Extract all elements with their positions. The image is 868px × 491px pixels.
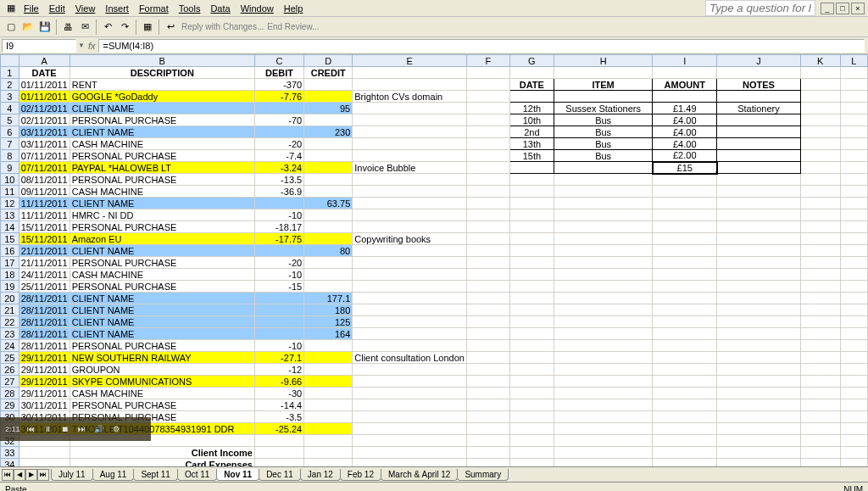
cell-A25[interactable]: 29/11/2011 xyxy=(19,352,70,364)
insert-icon[interactable]: ▦ xyxy=(140,20,155,35)
open-icon[interactable]: 📂 xyxy=(20,20,36,35)
cell-F4[interactable] xyxy=(466,103,509,114)
col-header-A[interactable]: A xyxy=(19,55,70,67)
cell-A15[interactable]: 15/11/2011 xyxy=(19,233,70,245)
cell-L22[interactable] xyxy=(840,316,867,328)
cell-D20[interactable]: 177.1 xyxy=(304,293,353,304)
spreadsheet-grid[interactable]: ABCDEFGHIJKL1DATEDESCRIPTIONDEBITCREDIT2… xyxy=(0,54,868,466)
cell-D29[interactable] xyxy=(304,399,353,411)
cell-A20[interactable]: 28/11/2011 xyxy=(19,293,70,304)
cell-F32[interactable] xyxy=(466,435,509,447)
cell-I4[interactable]: £1.49 xyxy=(653,103,717,114)
cell-L15[interactable] xyxy=(840,233,867,245)
cell-C31[interactable]: -25.24 xyxy=(254,423,303,435)
cell-F3[interactable] xyxy=(466,91,509,103)
cell-B34[interactable]: Card Expenses xyxy=(70,459,254,467)
cell-H20[interactable] xyxy=(554,293,653,304)
cell-F10[interactable] xyxy=(466,174,509,186)
cell-H17[interactable] xyxy=(554,257,653,269)
cell-J23[interactable] xyxy=(717,328,800,340)
cell-H13[interactable] xyxy=(554,209,653,221)
cell-K21[interactable] xyxy=(800,304,840,316)
cell-A17[interactable]: 21/11/2011 xyxy=(19,257,70,269)
cell-G24[interactable] xyxy=(509,340,554,352)
cell-J26[interactable] xyxy=(717,364,800,376)
cell-H11[interactable] xyxy=(554,186,653,198)
cell-K1[interactable] xyxy=(800,67,840,79)
cell-J11[interactable] xyxy=(717,186,800,198)
cell-J13[interactable] xyxy=(717,209,800,221)
cell-E15[interactable]: Copywriting books xyxy=(353,233,467,245)
cell-J14[interactable] xyxy=(717,221,800,233)
cell-E26[interactable] xyxy=(353,364,467,376)
cell-L6[interactable] xyxy=(840,126,867,138)
cell-I26[interactable] xyxy=(653,364,717,376)
cell-A19[interactable]: 25/11/2011 xyxy=(19,281,70,293)
media-vol-icon[interactable]: 🔊 xyxy=(93,423,105,435)
cell-D5[interactable] xyxy=(304,114,353,126)
cell-J21[interactable] xyxy=(717,304,800,316)
cell-I20[interactable] xyxy=(653,293,717,304)
cell-L3[interactable] xyxy=(840,91,867,103)
cell-A10[interactable]: 08/11/2011 xyxy=(19,174,70,186)
sheet-tab-jan-12[interactable]: Jan 12 xyxy=(300,469,341,481)
cell-I17[interactable] xyxy=(653,257,717,269)
cell-D25[interactable] xyxy=(304,352,353,364)
cell-F30[interactable] xyxy=(466,411,509,423)
cell-B3[interactable]: GOOGLE *GoDaddy xyxy=(70,91,254,103)
cell-A4[interactable]: 02/11/2011 xyxy=(19,103,70,114)
cell-J19[interactable] xyxy=(717,281,800,293)
cell-I2[interactable]: AMOUNT xyxy=(653,79,717,91)
fx-icon[interactable]: fx xyxy=(85,41,99,51)
col-header-H[interactable]: H xyxy=(554,55,653,67)
cell-J18[interactable] xyxy=(717,269,800,281)
undo-icon[interactable]: ↶ xyxy=(100,20,115,35)
row-header-24[interactable]: 24 xyxy=(1,340,19,352)
cell-G10[interactable] xyxy=(509,174,554,186)
cell-I3[interactable] xyxy=(653,91,717,103)
cell-D11[interactable] xyxy=(304,186,353,198)
cell-D3[interactable] xyxy=(304,91,353,103)
row-header-6[interactable]: 6 xyxy=(1,126,19,138)
cell-H24[interactable] xyxy=(554,340,653,352)
cell-I13[interactable] xyxy=(653,209,717,221)
cell-D33[interactable] xyxy=(304,447,353,459)
cell-C13[interactable]: -10 xyxy=(254,209,303,221)
cell-D26[interactable] xyxy=(304,364,353,376)
cell-G16[interactable] xyxy=(509,245,554,257)
cell-C18[interactable]: -10 xyxy=(254,269,303,281)
cell-F1[interactable] xyxy=(466,67,509,79)
cell-D23[interactable]: 164 xyxy=(304,328,353,340)
cell-G4[interactable]: 12th xyxy=(509,103,554,114)
cell-L24[interactable] xyxy=(840,340,867,352)
cell-D14[interactable] xyxy=(304,221,353,233)
cell-D15[interactable] xyxy=(304,233,353,245)
cell-L11[interactable] xyxy=(840,186,867,198)
cell-K29[interactable] xyxy=(800,399,840,411)
col-header-D[interactable]: D xyxy=(304,55,353,67)
cell-B16[interactable]: CLIENT NAME xyxy=(70,245,254,257)
cell-F26[interactable] xyxy=(466,364,509,376)
cell-H4[interactable]: Sussex Stationers xyxy=(554,103,653,114)
cell-D31[interactable] xyxy=(304,423,353,435)
row-header-13[interactable]: 13 xyxy=(1,209,19,221)
row-header-17[interactable]: 17 xyxy=(1,257,19,269)
cell-L19[interactable] xyxy=(840,281,867,293)
cell-G12[interactable] xyxy=(509,198,554,209)
cell-G23[interactable] xyxy=(509,328,554,340)
cell-E2[interactable] xyxy=(353,79,467,91)
cell-I23[interactable] xyxy=(653,328,717,340)
cell-C22[interactable] xyxy=(254,316,303,328)
cell-C29[interactable]: -14.4 xyxy=(254,399,303,411)
col-header-I[interactable]: I xyxy=(653,55,717,67)
cell-A13[interactable]: 11/11/2011 xyxy=(19,209,70,221)
cell-A34[interactable] xyxy=(19,459,70,467)
cell-E3[interactable]: Brighton CVs domain xyxy=(353,91,467,103)
cell-I11[interactable] xyxy=(653,186,717,198)
row-header-22[interactable]: 22 xyxy=(1,316,19,328)
cell-I19[interactable] xyxy=(653,281,717,293)
cell-H30[interactable] xyxy=(554,411,653,423)
cell-G11[interactable] xyxy=(509,186,554,198)
cell-J31[interactable] xyxy=(717,423,800,435)
redo-icon[interactable]: ↷ xyxy=(117,20,132,35)
